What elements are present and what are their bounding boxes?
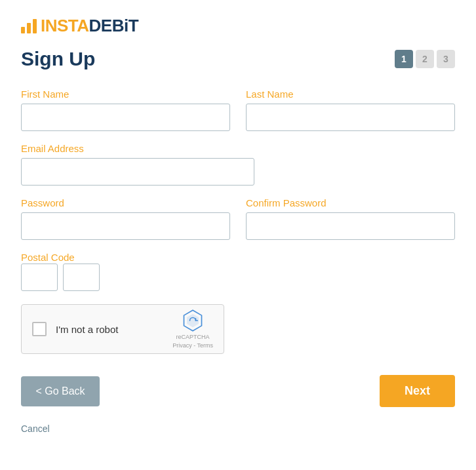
- email-group: Email Address: [21, 143, 254, 186]
- go-back-button[interactable]: < Go Back: [21, 376, 100, 406]
- recaptcha-checkbox[interactable]: [32, 322, 47, 336]
- logo: INSTADEBiT: [21, 16, 455, 36]
- recaptcha-widget[interactable]: I'm not a robot reCAPTCHA Privacy - Term…: [21, 304, 224, 354]
- step-2: 2: [416, 50, 434, 68]
- buttons-row: < Go Back Next: [21, 375, 455, 407]
- next-button[interactable]: Next: [380, 375, 455, 407]
- last-name-label: Last Name: [246, 88, 455, 100]
- recaptcha-logo-icon: [181, 309, 205, 332]
- logo-debit: DEBiT: [89, 16, 139, 35]
- postal-code-input-2[interactable]: [63, 264, 100, 291]
- step-1: 1: [395, 50, 413, 68]
- page-title: Sign Up: [21, 48, 95, 70]
- step-3: 3: [437, 50, 455, 68]
- first-name-label: First Name: [21, 88, 230, 100]
- password-label: Password: [21, 197, 230, 208]
- confirm-password-group: Confirm Password: [246, 197, 455, 240]
- recaptcha-subtext: Privacy - Terms: [172, 342, 213, 349]
- name-row: First Name Last Name: [21, 88, 455, 131]
- logo-bar-1: [21, 27, 25, 33]
- recaptcha-brand: reCAPTCHA: [176, 334, 210, 341]
- step-indicators: 1 2 3: [395, 50, 455, 68]
- email-row: Email Address: [21, 143, 455, 186]
- postal-code-input-1[interactable]: [21, 264, 58, 291]
- logo-bars-icon: [21, 19, 37, 33]
- first-name-group: First Name: [21, 88, 230, 131]
- email-input[interactable]: [21, 158, 254, 186]
- logo-insta: INSTA: [41, 16, 89, 35]
- logo-bar-3: [33, 19, 37, 33]
- cancel-link[interactable]: Cancel: [21, 423, 50, 434]
- confirm-password-label: Confirm Password: [246, 197, 455, 208]
- password-row: Password Confirm Password: [21, 197, 455, 240]
- password-group: Password: [21, 197, 230, 240]
- header-row: Sign Up 1 2 3: [21, 48, 455, 70]
- last-name-group: Last Name: [246, 88, 455, 131]
- email-label: Email Address: [21, 143, 254, 154]
- confirm-password-input[interactable]: [246, 212, 455, 240]
- postal-inputs-row: [21, 264, 455, 291]
- first-name-input[interactable]: [21, 104, 230, 131]
- recaptcha-label: I'm not a robot: [56, 324, 166, 335]
- last-name-input[interactable]: [246, 104, 455, 131]
- postal-code-section: Postal Code: [21, 252, 455, 291]
- recaptcha-logo-area: reCAPTCHA Privacy - Terms: [172, 309, 213, 349]
- postal-code-label: Postal Code: [21, 252, 75, 263]
- password-input[interactable]: [21, 212, 230, 240]
- logo-text: INSTADEBiT: [41, 16, 138, 36]
- logo-bar-2: [27, 23, 31, 33]
